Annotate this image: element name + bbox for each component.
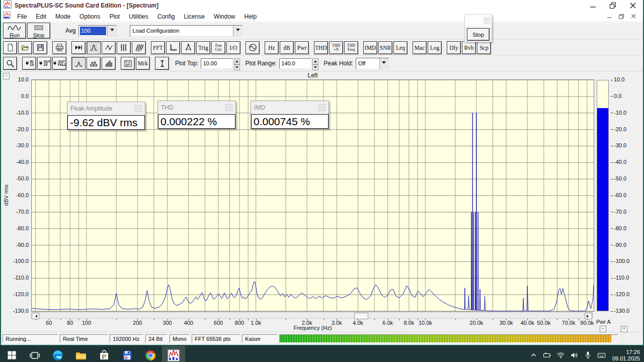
run-button[interactable]: Run	[3, 23, 26, 39]
hz-button[interactable]: Hz	[265, 41, 279, 54]
db-button[interactable]: dB	[280, 41, 294, 54]
amplitude-scale-button[interactable]	[155, 57, 169, 70]
menu-config[interactable]: Config	[153, 12, 180, 21]
x-axis-minor-tick	[116, 319, 117, 320]
wifi-icon[interactable]	[556, 350, 566, 360]
spectrum-view-button[interactable]	[87, 41, 101, 54]
plot-range-field[interactable]: 140.0	[279, 58, 311, 69]
pwr-button[interactable]: Pwr	[295, 41, 309, 54]
plot-top-field[interactable]: 10.00	[201, 58, 233, 69]
plot-top-stepper[interactable]	[234, 58, 240, 69]
peak-amplitude-panel[interactable]: Peak Amplitude -9.62 dBV rms	[67, 102, 145, 130]
calipers-button[interactable]	[181, 41, 195, 54]
menu-file[interactable]: File	[13, 12, 31, 21]
delay-button[interactable]: Dly	[447, 41, 461, 54]
keyboard-icon[interactable]	[597, 350, 607, 360]
system-clock[interactable]: 17:26 09.01.2025	[612, 349, 640, 362]
menu-options[interactable]: Options	[75, 12, 105, 21]
start-button[interactable]	[0, 346, 23, 362]
scaling-button[interactable]	[166, 41, 180, 54]
expand-pane-icon[interactable]: +	[621, 326, 627, 332]
close-icon[interactable]	[484, 17, 491, 24]
new-file-button[interactable]	[3, 41, 17, 54]
battery-icon[interactable]	[542, 350, 552, 360]
mdi-restore-icon[interactable]	[619, 14, 624, 19]
process-button[interactable]	[71, 41, 86, 54]
floppy-app-icon[interactable]	[116, 346, 139, 362]
chevron-down-icon[interactable]	[379, 58, 388, 69]
floating-stop-button[interactable]: Stop	[467, 28, 490, 41]
time-series-view-button[interactable]	[102, 41, 116, 54]
mdi-doc-icon[interactable]	[3, 12, 11, 21]
speaker-icon[interactable]	[570, 350, 580, 360]
macro-button[interactable]: Mac	[413, 41, 427, 54]
chevron-down-icon[interactable]	[107, 26, 116, 36]
restore-icon[interactable]	[609, 2, 616, 9]
menu-mode[interactable]: Mode	[51, 12, 75, 21]
scroll-right-icon[interactable]	[585, 313, 592, 319]
menu-edit[interactable]: Edit	[31, 12, 51, 21]
floating-toolbar-titlebar[interactable]	[465, 15, 492, 27]
signal-generator-button[interactable]	[246, 41, 260, 54]
open-file-button[interactable]	[18, 41, 32, 54]
leq-button[interactable]: Leq	[393, 41, 408, 54]
surface-view-button[interactable]	[132, 41, 146, 54]
microphone-icon[interactable]	[583, 350, 593, 360]
save-button[interactable]	[33, 41, 47, 54]
io-button[interactable]: I/O	[226, 41, 240, 54]
peak-hold-select[interactable]: Off	[356, 58, 389, 69]
zoom-out-full-button[interactable]: OUTFULL	[52, 57, 66, 70]
thd-freq-button[interactable]: THDFreq	[344, 41, 358, 54]
stop-button[interactable]: Stop	[27, 23, 50, 39]
menu-utilities[interactable]: Utilities	[124, 12, 153, 21]
trigger-button[interactable]: Trig	[196, 41, 210, 54]
close-icon[interactable]	[318, 104, 326, 111]
menu-window[interactable]: Window	[209, 12, 240, 21]
imd-button[interactable]: IMD	[363, 41, 377, 54]
marker-button[interactable]: Mrk	[136, 57, 150, 70]
log-button[interactable]: Log	[428, 41, 442, 54]
snr-button[interactable]: SNR	[378, 41, 392, 54]
chevron-down-icon[interactable]	[233, 26, 242, 36]
fft-settings-button[interactable]: FFT	[151, 41, 165, 54]
thd-button[interactable]: THD	[314, 41, 328, 54]
zoom-in-2x-button[interactable]: IN2X	[22, 57, 36, 70]
close-icon[interactable]	[225, 104, 232, 111]
spectrogram-view-button[interactable]	[117, 41, 131, 54]
scope-button[interactable]: Scp	[477, 41, 491, 54]
frequency-scrollbar[interactable]	[31, 312, 593, 319]
task-view-button[interactable]	[23, 346, 46, 362]
load-configuration-select[interactable]: Load Configuration	[130, 25, 243, 37]
close-icon[interactable]	[629, 2, 636, 9]
thd-n-button[interactable]: THD+N	[329, 41, 343, 54]
mdi-minimize-icon[interactable]	[607, 14, 612, 19]
scrollbar-thumb[interactable]	[354, 313, 368, 319]
octave-button[interactable]	[87, 57, 101, 70]
bar-graph-button[interactable]	[102, 57, 116, 70]
display-options-button[interactable]	[121, 57, 135, 70]
zoom-out-2x-button[interactable]: OUT2X	[37, 57, 51, 70]
edge-icon[interactable]	[46, 346, 69, 362]
function-control-button[interactable]: FunCtrl	[211, 41, 225, 54]
microsoft-store-icon[interactable]	[93, 346, 116, 362]
zoom-button[interactable]	[3, 57, 17, 70]
plot-range-stepper[interactable]	[312, 58, 318, 69]
reverb-button[interactable]: Rvb	[462, 41, 476, 54]
spectraplus-taskbar-button[interactable]	[162, 346, 185, 362]
tray-chevron-icon[interactable]	[529, 350, 539, 360]
menu-license[interactable]: License	[179, 12, 209, 21]
chrome-icon[interactable]	[139, 346, 162, 362]
thd-panel[interactable]: THD 0.000222 %	[157, 101, 236, 129]
view-toolbar: IN2XOUT2XOUTFULLMrk Plot Top: 10.00 Plot…	[1, 56, 643, 71]
close-icon[interactable]	[135, 105, 142, 112]
collapse-meter-icon[interactable]: −	[600, 326, 606, 332]
menu-help[interactable]: Help	[240, 12, 262, 21]
file-explorer-icon[interactable]	[69, 346, 93, 362]
print-button[interactable]	[52, 41, 66, 54]
minimize-icon[interactable]	[589, 2, 596, 9]
imd-panel[interactable]: IMD 0.000745 %	[251, 101, 329, 129]
mdi-close-icon[interactable]	[631, 14, 636, 19]
menu-plot[interactable]: Plot	[105, 12, 124, 21]
narrowband-button[interactable]	[71, 57, 86, 70]
avg-select[interactable]: 100	[78, 25, 117, 37]
